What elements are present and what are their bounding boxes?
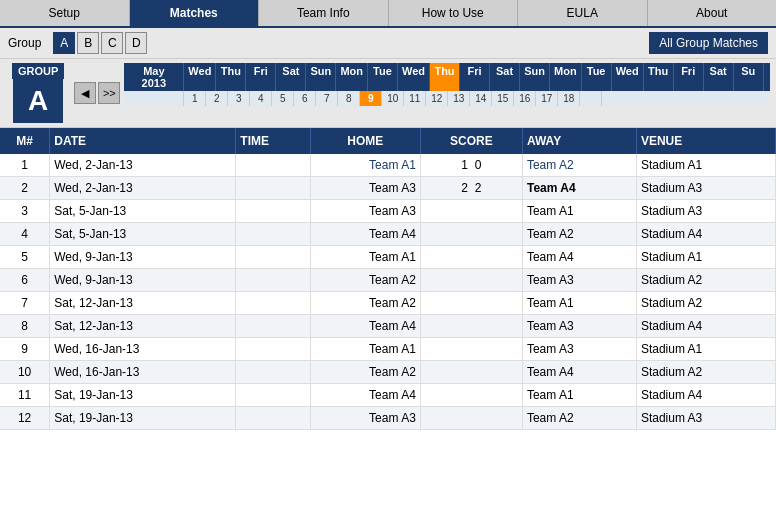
col-away: AWAY [522, 128, 636, 154]
match-home: Team A3 [310, 200, 420, 223]
match-num: 12 [0, 407, 50, 430]
match-venue: Stadium A3 [636, 200, 775, 223]
match-away[interactable]: Team A2 [522, 154, 636, 177]
day-name-13: Tue [582, 63, 612, 91]
day-num-3: 4 [250, 91, 272, 106]
match-away: Team A3 [522, 269, 636, 292]
day-name-12: Mon [550, 63, 582, 91]
col-match-num: M# [0, 128, 50, 154]
calendar-months: May 2013 WedThuFriSatSunMonTueWedThuFriS… [124, 63, 770, 123]
match-away: Team A1 [522, 292, 636, 315]
day-num-7: 8 [338, 91, 360, 106]
day-name-4: Sun [306, 63, 336, 91]
group-btn-a[interactable]: A [53, 32, 75, 54]
match-home: Team A2 [310, 361, 420, 384]
day-num-8: 9 [360, 91, 382, 106]
match-venue: Stadium A1 [636, 154, 775, 177]
next-arrow-button[interactable]: >> [98, 82, 120, 104]
match-time [236, 269, 310, 292]
group-selector-row: Group A B C D All Group Matches [0, 28, 776, 59]
match-away: Team A4 [522, 177, 636, 200]
day-name-2: Fri [246, 63, 276, 91]
match-away: Team A2 [522, 407, 636, 430]
match-time [236, 177, 310, 200]
match-score [420, 269, 522, 292]
group-btn-c[interactable]: C [101, 32, 123, 54]
match-score: 1 0 [420, 154, 522, 177]
match-venue: Stadium A4 [636, 223, 775, 246]
match-score [420, 200, 522, 223]
tab-team-info[interactable]: Team Info [259, 0, 389, 26]
matches-table-container: M# DATE TIME HOME SCORE AWAY VENUE 1Wed,… [0, 128, 776, 430]
tab-matches[interactable]: Matches [130, 0, 260, 26]
day-num-0: 1 [184, 91, 206, 106]
match-score [420, 315, 522, 338]
table-row: 8Sat, 12-Jan-13Team A4Team A3Stadium A4 [0, 315, 776, 338]
match-home: Team A2 [310, 269, 420, 292]
day-numbers-row: 123456789101112131415161718 [124, 91, 770, 106]
group-buttons: A B C D [53, 32, 147, 54]
match-date: Wed, 16-Jan-13 [50, 361, 236, 384]
match-date: Wed, 16-Jan-13 [50, 338, 236, 361]
match-num: 9 [0, 338, 50, 361]
match-venue: Stadium A3 [636, 177, 775, 200]
tab-about[interactable]: About [648, 0, 777, 26]
prev-arrow-button[interactable]: ◀ [74, 82, 96, 104]
table-row: 4Sat, 5-Jan-13Team A4Team A2Stadium A4 [0, 223, 776, 246]
nav-arrows: ◀ >> [74, 63, 120, 123]
day-name-8: Thu [430, 63, 460, 91]
match-time [236, 200, 310, 223]
match-num: 8 [0, 315, 50, 338]
match-score [420, 407, 522, 430]
tab-how-to-use[interactable]: How to Use [389, 0, 519, 26]
match-venue: Stadium A4 [636, 384, 775, 407]
group-btn-d[interactable]: D [125, 32, 147, 54]
table-row: 6Wed, 9-Jan-13Team A2Team A3Stadium A2 [0, 269, 776, 292]
match-date: Wed, 2-Jan-13 [50, 177, 236, 200]
match-home: Team A1 [310, 246, 420, 269]
month-year-label: May 2013 [124, 63, 184, 91]
match-away: Team A2 [522, 223, 636, 246]
match-away: Team A3 [522, 338, 636, 361]
match-date: Sat, 5-Jan-13 [50, 200, 236, 223]
day-name-3: Sat [276, 63, 306, 91]
match-venue: Stadium A4 [636, 315, 775, 338]
match-away: Team A4 [522, 361, 636, 384]
tab-eula[interactable]: EULA [518, 0, 648, 26]
day-name-11: Sun [520, 63, 550, 91]
match-date: Sat, 19-Jan-13 [50, 384, 236, 407]
match-time [236, 315, 310, 338]
match-home: Team A3 [310, 177, 420, 200]
day-num-18 [580, 91, 602, 106]
tab-setup[interactable]: Setup [0, 0, 130, 26]
match-date: Sat, 5-Jan-13 [50, 223, 236, 246]
day-num-17: 18 [558, 91, 580, 106]
day-name-1: Thu [216, 63, 246, 91]
day-name-14: Wed [612, 63, 644, 91]
match-venue: Stadium A3 [636, 407, 775, 430]
match-score [420, 384, 522, 407]
day-num-6: 7 [316, 91, 338, 106]
day-name-10: Sat [490, 63, 520, 91]
group-btn-b[interactable]: B [77, 32, 99, 54]
day-num-14: 15 [492, 91, 514, 106]
match-home[interactable]: Team A1 [310, 154, 420, 177]
day-num-13: 14 [470, 91, 492, 106]
table-row: 2Wed, 2-Jan-13Team A32 2Team A4Stadium A… [0, 177, 776, 200]
group-display-label: GROUP [12, 63, 64, 79]
table-row: 12Sat, 19-Jan-13Team A3Team A2Stadium A3 [0, 407, 776, 430]
group-label: Group [8, 36, 41, 50]
day-num-10: 11 [404, 91, 426, 106]
match-num: 7 [0, 292, 50, 315]
table-row: 7Sat, 12-Jan-13Team A2Team A1Stadium A2 [0, 292, 776, 315]
match-num: 4 [0, 223, 50, 246]
match-date: Sat, 12-Jan-13 [50, 315, 236, 338]
all-group-matches-button[interactable]: All Group Matches [649, 32, 768, 54]
match-date: Sat, 12-Jan-13 [50, 292, 236, 315]
day-num-9: 10 [382, 91, 404, 106]
table-row: 3Sat, 5-Jan-13Team A3Team A1Stadium A3 [0, 200, 776, 223]
match-home: Team A4 [310, 384, 420, 407]
match-time [236, 361, 310, 384]
day-num-11: 12 [426, 91, 448, 106]
col-home: HOME [310, 128, 420, 154]
